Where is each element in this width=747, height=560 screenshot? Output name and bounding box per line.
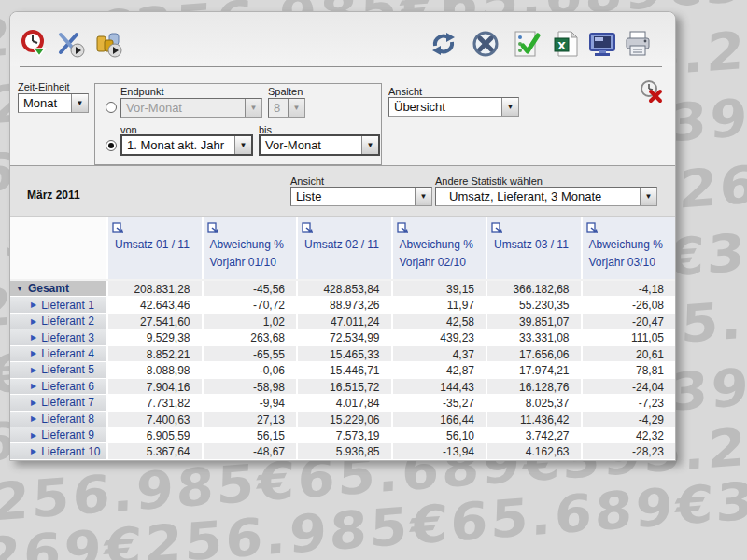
chevron-down-icon[interactable]: ▼	[71, 94, 88, 112]
expand-triangle-icon[interactable]: ▶	[31, 431, 36, 440]
data-cell: 6.905,59	[108, 427, 204, 443]
current-period: März 2011	[27, 189, 80, 202]
chevron-down-icon[interactable]: ▼	[245, 99, 261, 117]
column-sort-icon[interactable]	[112, 222, 124, 234]
table-row: ▶Lieferant 105.367,64-48,675.936,85-13,9…	[10, 443, 675, 459]
chevron-down-icon[interactable]: ▼	[361, 136, 378, 154]
data-cell: -20,47	[583, 314, 676, 329]
endpoint-radio[interactable]	[106, 102, 117, 113]
data-cell: 27.541,60	[108, 314, 204, 329]
collapse-triangle-icon[interactable]: ▼	[16, 285, 23, 293]
zeit-einheit-label: Zeit-Einheit	[18, 81, 70, 92]
statistik-label: Andere Statistik wählen	[435, 175, 543, 187]
data-cell: 42,58	[393, 314, 488, 329]
time-period-icon[interactable]	[20, 29, 49, 59]
row-label-lieferant-2[interactable]: ▶Lieferant 2	[10, 314, 108, 329]
data-cell: 15.229,06	[298, 412, 393, 427]
ansicht2-label: Ansicht	[290, 175, 324, 187]
column-header[interactable]: Abweichung %Vorjahr 01/10	[204, 217, 299, 279]
data-cell: 111,05	[583, 329, 676, 345]
analysis-tools-icon[interactable]	[56, 29, 86, 59]
column-sort-icon[interactable]	[302, 222, 314, 234]
row-label-lieferant-8[interactable]: ▶Lieferant 8	[10, 412, 108, 427]
cancel-icon[interactable]	[471, 29, 500, 59]
expand-triangle-icon[interactable]: ▶	[31, 414, 36, 423]
status-row: März 2011 Ansicht Liste ▼ Andere Statist…	[10, 165, 675, 217]
expand-triangle-icon[interactable]: ▶	[31, 333, 36, 342]
column-title-line1: Umsatz 01 / 11	[115, 238, 190, 251]
expand-triangle-icon[interactable]: ▶	[31, 366, 36, 374]
data-cell: 20,61	[583, 346, 676, 362]
row-label-lieferant-3[interactable]: ▶Lieferant 3	[10, 329, 108, 345]
chevron-down-icon[interactable]: ▼	[415, 188, 431, 205]
statistics-panel: X Zeit-Einheit Monat ▼ Endpunkt Vor-Mona…	[9, 11, 676, 461]
data-cell: 17.656,06	[487, 346, 583, 362]
data-cell: 15.465,33	[298, 346, 393, 362]
data-cell: 1,02	[204, 314, 299, 329]
screen-view-icon[interactable]	[587, 29, 617, 59]
validate-list-icon[interactable]	[512, 29, 542, 59]
row-label-lieferant-5[interactable]: ▶Lieferant 5	[10, 362, 108, 378]
column-header[interactable]: Umsatz 01 / 11	[108, 217, 204, 279]
chevron-down-icon[interactable]: ▼	[640, 188, 656, 205]
expand-triangle-icon[interactable]: ▶	[31, 349, 36, 357]
data-cell: -26,08	[583, 297, 676, 313]
spalten-select[interactable]: 8 ▼	[268, 98, 305, 118]
data-cell: 56,15	[204, 427, 299, 443]
column-header[interactable]: Abweichung %Vorjahr 02/10	[393, 217, 488, 279]
column-sort-icon[interactable]	[491, 222, 503, 234]
data-cell: 88.973,26	[298, 297, 393, 313]
data-cell: -4,29	[583, 412, 676, 427]
row-label-text: Lieferant 3	[41, 331, 94, 344]
chevron-down-icon[interactable]: ▼	[288, 99, 304, 117]
data-cell: 8.088,98	[108, 362, 204, 378]
von-select[interactable]: 1. Monat akt. Jahr ▼	[120, 134, 253, 156]
expand-triangle-icon[interactable]: ▶	[31, 301, 36, 309]
column-header[interactable]: Umsatz 03 / 11	[487, 217, 583, 279]
column-title-line2: Vorjahr 02/10	[400, 256, 466, 269]
column-sort-icon[interactable]	[397, 222, 409, 234]
row-label-text: Gesamt	[28, 282, 69, 295]
clock-cancel-icon[interactable]	[639, 79, 663, 104]
row-label-lieferant-10[interactable]: ▶Lieferant 10	[10, 443, 108, 459]
row-label-text: Lieferant 8	[41, 413, 94, 426]
column-header[interactable]: Umsatz 02 / 11	[298, 217, 393, 279]
column-sort-icon[interactable]	[586, 222, 599, 234]
column-title-line1: Umsatz 03 / 11	[494, 238, 569, 251]
row-label-text: Lieferant 9	[41, 428, 94, 441]
refresh-icon[interactable]	[429, 29, 458, 59]
column-header[interactable]: Abweichung %Vorjahr 03/10	[583, 217, 676, 279]
ansicht2-select[interactable]: Liste ▼	[290, 187, 432, 206]
chevron-down-icon[interactable]: ▼	[234, 136, 251, 154]
row-label-lieferant-6[interactable]: ▶Lieferant 6	[10, 379, 108, 395]
data-cell: 33.331,08	[487, 329, 583, 345]
data-cell: 11,97	[393, 297, 488, 313]
ansicht-select[interactable]: Übersicht ▼	[388, 97, 519, 117]
data-cell: -28,23	[583, 443, 676, 459]
row-label-gesamt[interactable]: ▼Gesamt	[10, 281, 108, 297]
row-label-text: Lieferant 1	[41, 299, 94, 312]
expand-triangle-icon[interactable]: ▶	[31, 447, 36, 455]
data-cell: 42.643,46	[108, 297, 204, 313]
statistik-select[interactable]: Umsatz, Lieferant, 3 Monate ▼	[435, 187, 657, 206]
row-label-lieferant-9[interactable]: ▶Lieferant 9	[10, 427, 108, 443]
column-sort-icon[interactable]	[207, 222, 219, 234]
expand-triangle-icon[interactable]: ▶	[31, 317, 36, 326]
range-radio[interactable]	[106, 140, 117, 151]
chevron-down-icon[interactable]: ▼	[501, 98, 518, 116]
endpunkt-select[interactable]: Vor-Monat ▼	[120, 98, 262, 118]
excel-export-icon[interactable]: X	[551, 29, 581, 59]
print-icon[interactable]	[623, 29, 653, 59]
bis-select[interactable]: Vor-Monat ▼	[259, 134, 380, 156]
data-stock-icon[interactable]	[93, 29, 123, 59]
data-cell: -7,23	[583, 395, 676, 411]
data-cell: 7.400,63	[108, 412, 204, 427]
expand-triangle-icon[interactable]: ▶	[31, 382, 36, 390]
data-cell: 5.367,64	[108, 443, 204, 459]
expand-triangle-icon[interactable]: ▶	[31, 399, 36, 407]
row-label-lieferant-7[interactable]: ▶Lieferant 7	[10, 395, 108, 411]
zeit-einheit-select[interactable]: Monat ▼	[18, 93, 89, 113]
row-label-lieferant-4[interactable]: ▶Lieferant 4	[10, 346, 108, 362]
row-label-lieferant-1[interactable]: ▶Lieferant 1	[10, 297, 108, 313]
row-label-text: Lieferant 7	[41, 396, 94, 409]
